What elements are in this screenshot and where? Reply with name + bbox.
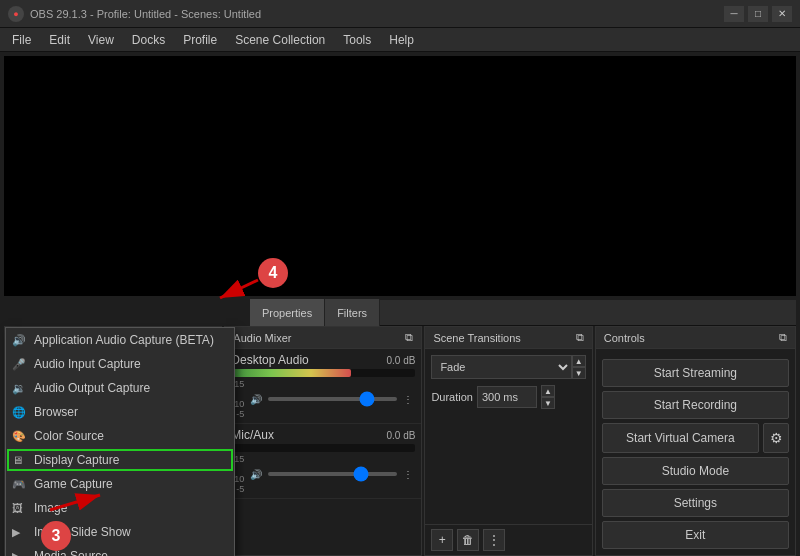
media-source-icon: ▶ (12, 550, 20, 557)
ctx-image-slide-label: Image Slide Show (34, 525, 131, 539)
ctx-app-audio[interactable]: 🔊 Application Audio Capture (BETA) (6, 328, 234, 352)
mixer-track-1: Desktop Audio 0.0 dB -15 -10 -5 🔊 ⋮ (225, 349, 421, 424)
mixer-track-1-slider[interactable] (268, 397, 397, 401)
mixer-track-2: Mic/Aux 0.0 dB -15 -10 -5 🔊 ⋮ (225, 424, 421, 499)
ctx-image-label: Image (34, 501, 67, 515)
maximize-button[interactable]: □ (748, 6, 768, 22)
transitions-remove-button[interactable]: 🗑 (457, 529, 479, 551)
menu-scene-collection[interactable]: Scene Collection (227, 31, 333, 49)
browser-icon: 🌐 (12, 406, 26, 419)
controls-panel: Controls ⧉ Start Streaming Start Recordi… (595, 326, 796, 556)
mixer-track-1-settings[interactable]: ⋮ (401, 394, 415, 405)
mixer-track-1-header: Desktop Audio 0.0 dB (231, 353, 415, 367)
transitions-panel: Scene Transitions ⧉ Fade Cut ▲ ▼ (424, 326, 592, 556)
sources-panel: Sources ⧉ 🔊 Application Audio Capture (B… (4, 326, 222, 556)
transitions-add-button[interactable]: + (431, 529, 453, 551)
mixer-track-2-bar (231, 444, 415, 452)
ctx-media-source[interactable]: ▶ Media Source (6, 544, 234, 556)
menu-profile[interactable]: Profile (175, 31, 225, 49)
mixer-track-2-header: Mic/Aux 0.0 dB (231, 428, 415, 442)
transitions-more-button[interactable]: ⋮ (483, 529, 505, 551)
image-slide-icon: ▶ (12, 526, 20, 539)
ctx-media-source-label: Media Source (34, 549, 108, 556)
studio-mode-button[interactable]: Studio Mode (602, 457, 789, 485)
main-layout: Properties Filters Sources ⧉ 🔊 Applicati… (0, 52, 800, 556)
transitions-title: Scene Transitions (433, 332, 520, 344)
ctx-image[interactable]: 🖼 Image (6, 496, 234, 520)
transitions-type-down[interactable]: ▼ (572, 367, 586, 379)
title-bar-left: ● OBS 29.1.3 - Profile: Untitled - Scene… (8, 6, 261, 22)
ctx-image-slide[interactable]: ▶ Image Slide Show (6, 520, 234, 544)
transitions-type-up[interactable]: ▲ (572, 355, 586, 367)
game-capture-icon: 🎮 (12, 478, 26, 491)
mixer-track-1-label: Desktop Audio (231, 353, 308, 367)
virtual-camera-row: Start Virtual Camera ⚙ (602, 423, 789, 453)
title-bar: ● OBS 29.1.3 - Profile: Untitled - Scene… (0, 0, 800, 28)
menu-tools[interactable]: Tools (335, 31, 379, 49)
mixer-header: Audio Mixer ⧉ (225, 327, 421, 349)
ctx-app-audio-label: Application Audio Capture (BETA) (34, 333, 214, 347)
mixer-track-1-mute[interactable]: 🔊 (248, 394, 264, 405)
virtual-camera-settings-button[interactable]: ⚙ (763, 423, 789, 453)
exit-button[interactable]: Exit (602, 521, 789, 549)
transitions-toolbar: + 🗑 ⋮ (425, 524, 591, 555)
ctx-color-source[interactable]: 🎨 Color Source (6, 424, 234, 448)
audio-output-icon: 🔉 (12, 382, 26, 395)
preview-area (4, 56, 796, 296)
transitions-select-row: Fade Cut ▲ ▼ (431, 355, 585, 379)
start-recording-button[interactable]: Start Recording (602, 391, 789, 419)
ctx-audio-output[interactable]: 🔉 Audio Output Capture (6, 376, 234, 400)
context-menu: 🔊 Application Audio Capture (BETA) 🎤 Aud… (5, 327, 235, 556)
obs-icon: ● (8, 6, 24, 22)
ctx-audio-input[interactable]: 🎤 Audio Input Capture (6, 352, 234, 376)
display-capture-icon: 🖥 (12, 454, 23, 466)
controls-header: Controls ⧉ (596, 327, 795, 349)
mixer-track-2-settings[interactable]: ⋮ (401, 469, 415, 480)
menu-docks[interactable]: Docks (124, 31, 173, 49)
settings-button[interactable]: Settings (602, 489, 789, 517)
menu-view[interactable]: View (80, 31, 122, 49)
transitions-duration-down[interactable]: ▼ (541, 397, 555, 409)
ctx-display-capture-label: Display Capture (34, 453, 119, 467)
transitions-duration-row: Duration ▲ ▼ (431, 385, 585, 409)
controls-popout-icon: ⧉ (779, 331, 787, 344)
menu-help[interactable]: Help (381, 31, 422, 49)
mixer-track-2-db: 0.0 dB (386, 430, 415, 441)
title-bar-text: OBS 29.1.3 - Profile: Untitled - Scenes:… (30, 8, 261, 20)
close-button[interactable]: ✕ (772, 6, 792, 22)
ctx-browser[interactable]: 🌐 Browser (6, 400, 234, 424)
mixer-track-2-slider[interactable] (268, 472, 397, 476)
ctx-audio-input-label: Audio Input Capture (34, 357, 141, 371)
tab-properties[interactable]: Properties (250, 299, 325, 327)
mixer-popout-icon: ⧉ (405, 331, 413, 344)
mixer-track-1-controls: -15 -10 -5 🔊 ⋮ (231, 379, 415, 419)
transitions-type-select[interactable]: Fade Cut (431, 355, 571, 379)
mixer-title: Audio Mixer (233, 332, 291, 344)
tab-filters[interactable]: Filters (325, 299, 380, 327)
ctx-game-capture-label: Game Capture (34, 477, 113, 491)
ctx-color-source-label: Color Source (34, 429, 104, 443)
transitions-popout-icon: ⧉ (576, 331, 584, 344)
mixer-track-2-controls: -15 -10 -5 🔊 ⋮ (231, 454, 415, 494)
mixer-track-1-bar (231, 369, 415, 377)
mixer-track-1-fill (231, 369, 351, 377)
bottom-section: Properties Filters Sources ⧉ 🔊 Applicati… (0, 296, 800, 556)
menu-file[interactable]: File (4, 31, 39, 49)
panels-row: Sources ⧉ 🔊 Application Audio Capture (B… (4, 326, 796, 556)
mixer-track-1-db: 0.0 dB (386, 355, 415, 366)
title-bar-controls: ─ □ ✕ (724, 6, 792, 22)
menu-edit[interactable]: Edit (41, 31, 78, 49)
transitions-duration-input[interactable] (477, 386, 537, 408)
transitions-duration-up[interactable]: ▲ (541, 385, 555, 397)
start-streaming-button[interactable]: Start Streaming (602, 359, 789, 387)
menu-bar: File Edit View Docks Profile Scene Colle… (0, 28, 800, 52)
ctx-display-capture[interactable]: 🖥 Display Capture (6, 448, 234, 472)
transitions-content: Fade Cut ▲ ▼ Duration ▲ ▼ (425, 349, 591, 415)
transitions-header: Scene Transitions ⧉ (425, 327, 591, 349)
minimize-button[interactable]: ─ (724, 6, 744, 22)
start-virtual-camera-button[interactable]: Start Virtual Camera (602, 423, 759, 453)
mixer-track-2-mute[interactable]: 🔊 (248, 469, 264, 480)
ctx-browser-label: Browser (34, 405, 78, 419)
app-audio-icon: 🔊 (12, 334, 26, 347)
ctx-game-capture[interactable]: 🎮 Game Capture (6, 472, 234, 496)
